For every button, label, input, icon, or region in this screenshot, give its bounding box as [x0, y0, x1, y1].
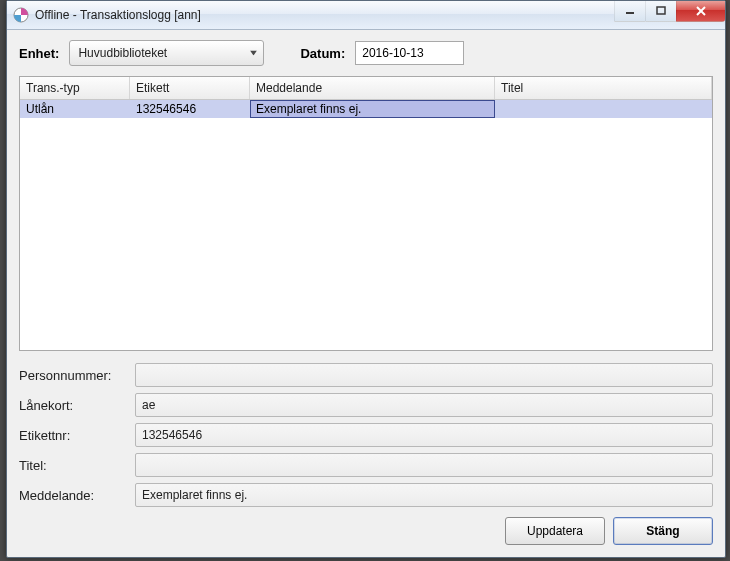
details-panel: Personnummer: Lånekort: ae Etikettnr: 13…: [19, 363, 713, 507]
person-value: [135, 363, 713, 387]
footer-buttons: Uppdatera Stäng: [19, 517, 713, 545]
minimize-icon: [625, 6, 635, 16]
labelno-label: Etikettnr:: [19, 428, 129, 443]
message-label: Meddelande:: [19, 488, 129, 503]
app-icon: [13, 7, 29, 23]
window-title: Offline - Transaktionslogg [ann]: [35, 8, 201, 22]
cell-type: Utlån: [20, 100, 130, 118]
unit-label: Enhet:: [19, 46, 59, 61]
date-label: Datum:: [300, 46, 345, 61]
transaction-table: Trans.-typ Etikett Meddelande Titel Utlå…: [19, 76, 713, 351]
card-label: Lånekort:: [19, 398, 129, 413]
title-bar[interactable]: Offline - Transaktionslogg [ann]: [7, 1, 725, 30]
unit-dropdown[interactable]: Huvudbiblioteket: [69, 40, 264, 66]
maximize-icon: [656, 6, 666, 16]
app-window: Offline - Transaktionslogg [ann] Enhet: …: [6, 0, 726, 558]
update-button[interactable]: Uppdatera: [505, 517, 605, 545]
message-value: Exemplaret finns ej.: [135, 483, 713, 507]
col-header-title[interactable]: Titel: [495, 77, 712, 99]
filter-toolbar: Enhet: Huvudbiblioteket Datum:: [19, 40, 713, 66]
title-value: [135, 453, 713, 477]
cell-label: 132546546: [130, 100, 250, 118]
unit-dropdown-value: Huvudbiblioteket: [78, 46, 167, 60]
card-value: ae: [135, 393, 713, 417]
col-header-label[interactable]: Etikett: [130, 77, 250, 99]
table-header: Trans.-typ Etikett Meddelande Titel: [20, 77, 712, 100]
col-header-message[interactable]: Meddelande: [250, 77, 495, 99]
cell-message: Exemplaret finns ej.: [250, 100, 495, 118]
svg-rect-2: [657, 7, 665, 14]
title-label: Titel:: [19, 458, 129, 473]
content-area: Enhet: Huvudbiblioteket Datum: Trans.-ty…: [7, 30, 725, 557]
col-header-type[interactable]: Trans.-typ: [20, 77, 130, 99]
svg-rect-1: [626, 12, 634, 14]
close-icon: [695, 5, 707, 17]
close-button[interactable]: [676, 1, 725, 22]
chevron-down-icon: [250, 51, 257, 56]
minimize-button[interactable]: [614, 1, 645, 22]
labelno-value: 132546546: [135, 423, 713, 447]
table-row[interactable]: Utlån 132546546 Exemplaret finns ej.: [20, 100, 712, 118]
maximize-button[interactable]: [645, 1, 676, 22]
cell-title: [495, 100, 712, 118]
close-dialog-button[interactable]: Stäng: [613, 517, 713, 545]
date-input[interactable]: [355, 41, 464, 65]
person-label: Personnummer:: [19, 368, 129, 383]
window-controls: [614, 1, 725, 21]
table-body: Utlån 132546546 Exemplaret finns ej.: [20, 100, 712, 350]
